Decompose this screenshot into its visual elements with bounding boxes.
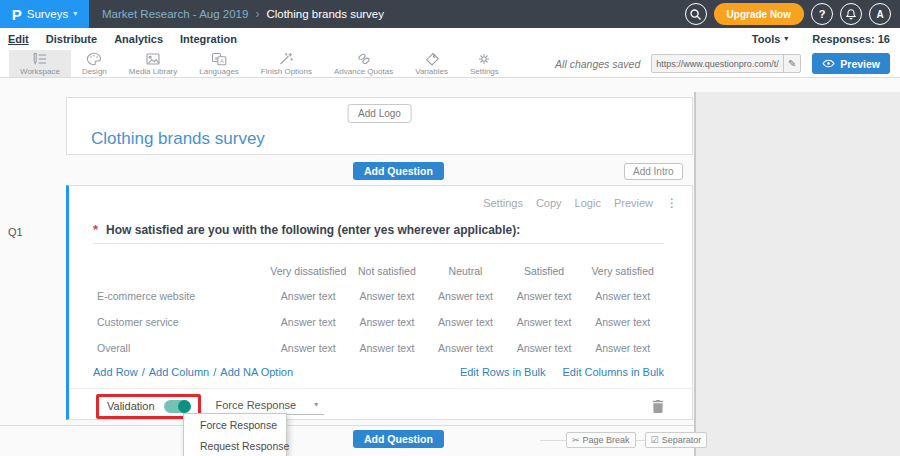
autosave-status: All changes saved bbox=[555, 58, 640, 70]
toolbar-right: All changes saved ✎ Preview bbox=[555, 50, 900, 77]
bell-icon bbox=[845, 8, 857, 20]
surveys-menu-label: Surveys bbox=[27, 8, 69, 20]
question-preview-link[interactable]: Preview bbox=[614, 197, 653, 209]
question-actions: Settings Copy Logic Preview ⋮ bbox=[483, 196, 678, 210]
row-label[interactable]: Overall bbox=[69, 342, 269, 354]
answer-cell[interactable]: Answer text bbox=[269, 342, 348, 354]
column-header[interactable]: Very satisfied bbox=[583, 265, 662, 277]
answer-cell[interactable]: Answer text bbox=[348, 290, 427, 302]
row-label[interactable]: Customer service bbox=[69, 316, 269, 328]
search-icon bbox=[689, 8, 702, 21]
kebab-menu-icon[interactable]: ⋮ bbox=[666, 196, 678, 210]
question-logic-link[interactable]: Logic bbox=[575, 197, 601, 209]
answer-cell[interactable]: Answer text bbox=[269, 316, 348, 328]
answer-cell[interactable]: Answer text bbox=[505, 290, 584, 302]
help-button[interactable]: ? bbox=[811, 3, 833, 25]
add-logo-button[interactable]: Add Logo bbox=[347, 104, 412, 123]
survey-title[interactable]: Clothing brands survey bbox=[91, 129, 265, 149]
tab-edit[interactable]: Edit bbox=[8, 33, 29, 45]
toolbar-item-finish-options[interactable]: Finish Options bbox=[250, 50, 323, 77]
add-column-link[interactable]: Add Column bbox=[149, 366, 210, 378]
column-header[interactable]: Very dissatisfied bbox=[269, 265, 348, 277]
answer-cell[interactable]: Answer text bbox=[505, 316, 584, 328]
question-card: Settings Copy Logic Preview ⋮ * How sati… bbox=[66, 185, 693, 420]
notifications-button[interactable] bbox=[840, 3, 862, 25]
tab-integration[interactable]: Integration bbox=[180, 33, 237, 45]
tab-analytics[interactable]: Analytics bbox=[114, 33, 163, 45]
chevron-down-icon: ▾ bbox=[784, 35, 788, 43]
surveys-menu[interactable]: P Surveys ▾ bbox=[0, 0, 89, 28]
validation-divider bbox=[69, 388, 692, 389]
page-controls: ✂ Page Break ☑ Separator bbox=[566, 432, 707, 448]
edit-rows-in-bulk-link[interactable]: Edit Rows in Bulk bbox=[460, 366, 546, 378]
answer-cell[interactable]: Answer text bbox=[505, 342, 584, 354]
answer-cell[interactable]: Answer text bbox=[583, 290, 662, 302]
survey-url-input[interactable] bbox=[652, 59, 783, 69]
avatar[interactable]: A bbox=[869, 3, 891, 25]
bottom-bar: Add Question ✂ Page Break ☑ Separator bbox=[0, 425, 694, 456]
required-asterisk-icon: * bbox=[93, 222, 98, 237]
column-header[interactable]: Neutral bbox=[426, 265, 505, 277]
question-text[interactable]: How satisfied are you with the following… bbox=[106, 223, 520, 237]
add-question-button-top[interactable]: Add Question bbox=[353, 162, 444, 180]
preview-button[interactable]: Preview bbox=[812, 53, 890, 74]
separator-button[interactable]: ☑ Separator bbox=[645, 432, 708, 448]
menu-item-force-response[interactable]: Force Response bbox=[184, 414, 286, 435]
toolbar-item-media-library[interactable]: Media Library bbox=[118, 50, 188, 77]
question-title-row: * How satisfied are you with the followi… bbox=[93, 222, 520, 237]
toolbar-item-languages[interactable]: aA Languages bbox=[188, 50, 250, 77]
validation-toggle[interactable] bbox=[164, 400, 190, 413]
tools-label: Tools bbox=[752, 33, 781, 45]
answer-cell[interactable]: Answer text bbox=[348, 316, 427, 328]
edit-columns-in-bulk-link[interactable]: Edit Columns in Bulk bbox=[563, 366, 665, 378]
add-question-button-bottom[interactable]: Add Question bbox=[353, 430, 444, 448]
questionpro-logo: P bbox=[12, 7, 22, 22]
answer-cell[interactable]: Answer text bbox=[348, 342, 427, 354]
force-response-menu: Force Response Request Response bbox=[183, 413, 287, 456]
tab-distribute[interactable]: Distribute bbox=[46, 33, 97, 45]
answer-cell[interactable]: Answer text bbox=[269, 290, 348, 302]
row-column-links: Add Row/Add Column/Add NA Option bbox=[93, 366, 293, 378]
workspace-icon bbox=[32, 52, 48, 66]
settings-icon bbox=[476, 52, 492, 66]
breadcrumb-separator: › bbox=[255, 7, 259, 21]
menu-item-request-response[interactable]: Request Response bbox=[184, 435, 286, 456]
matrix-header-row: Very dissatisfied Not satisfied Neutral … bbox=[69, 259, 662, 283]
force-response-value: Force Response bbox=[216, 399, 297, 411]
question-settings-link[interactable]: Settings bbox=[483, 197, 523, 209]
breadcrumb-folder[interactable]: Market Research - Aug 2019 bbox=[102, 8, 248, 20]
tools-menu[interactable]: Tools ▾ bbox=[752, 33, 789, 45]
add-na-option-link[interactable]: Add NA Option bbox=[220, 366, 293, 378]
toolbar-item-advance-quotas[interactable]: Advance Quotas bbox=[323, 50, 404, 77]
answer-cell[interactable]: Answer text bbox=[426, 290, 505, 302]
answer-cell[interactable]: Answer text bbox=[426, 342, 505, 354]
toolbar-item-variables[interactable]: Variables bbox=[404, 50, 459, 77]
avatar-letter: A bbox=[876, 9, 883, 20]
page-break-button[interactable]: ✂ Page Break bbox=[566, 432, 636, 448]
question-copy-link[interactable]: Copy bbox=[536, 197, 562, 209]
matrix-row: Overall Answer text Answer text Answer t… bbox=[69, 335, 662, 361]
languages-icon: aA bbox=[211, 52, 227, 66]
upgrade-now-button[interactable]: Upgrade Now bbox=[714, 3, 804, 25]
answer-cell[interactable]: Answer text bbox=[583, 316, 662, 328]
add-row-link[interactable]: Add Row bbox=[93, 366, 138, 378]
toolbar-item-design[interactable]: Design bbox=[71, 50, 118, 77]
design-icon bbox=[86, 52, 102, 66]
toolbar-item-workspace[interactable]: Workspace bbox=[9, 50, 71, 77]
row-label[interactable]: E-commerce website bbox=[69, 290, 269, 302]
toolbar-item-settings[interactable]: Settings bbox=[459, 50, 510, 77]
add-intro-button[interactable]: Add Intro bbox=[624, 163, 683, 180]
survey-nav: Edit Distribute Analytics Integration To… bbox=[0, 28, 900, 50]
answer-cell[interactable]: Answer text bbox=[426, 316, 505, 328]
column-header[interactable]: Not satisfied bbox=[348, 265, 427, 277]
chevron-down-icon: ▾ bbox=[73, 10, 77, 18]
preview-label: Preview bbox=[840, 58, 880, 70]
responses-count[interactable]: Responses: 16 bbox=[812, 33, 890, 45]
search-button[interactable] bbox=[685, 3, 707, 25]
answer-cell[interactable]: Answer text bbox=[583, 342, 662, 354]
nav-right: Tools ▾ Responses: 16 bbox=[752, 33, 890, 45]
edit-url-icon[interactable]: ✎ bbox=[783, 55, 800, 72]
column-header[interactable]: Satisfied bbox=[505, 265, 584, 277]
delete-question-button[interactable] bbox=[652, 399, 664, 413]
checkbox-checked-icon: ☑ bbox=[651, 435, 659, 445]
